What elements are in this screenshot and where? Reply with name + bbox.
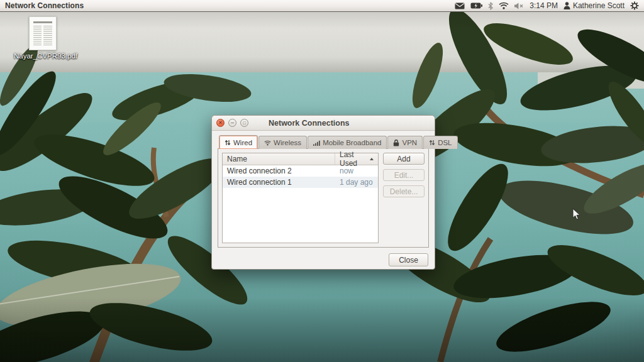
signal-bars-icon: [313, 140, 320, 146]
mail-icon[interactable]: [455, 0, 465, 11]
mouse-cursor: [572, 208, 581, 221]
lock-icon: [393, 140, 399, 146]
connection-row[interactable]: Wired connection 2 now: [223, 165, 378, 177]
window-minimize-button[interactable]: –: [228, 119, 236, 127]
close-button[interactable]: Close: [389, 253, 428, 266]
tab-label: Wired: [233, 139, 252, 146]
side-buttons: Add Edit... Delete...: [383, 153, 425, 243]
wifi-icon: [264, 140, 271, 146]
window-close-button[interactable]: ×: [216, 119, 225, 127]
bluetooth-icon[interactable]: [488, 0, 493, 11]
tab-label: VPN: [402, 139, 417, 146]
column-header-name[interactable]: Name: [223, 153, 335, 165]
pdf-thumbnail-icon: [29, 16, 57, 50]
dialog-actions: Close: [218, 253, 429, 266]
clock[interactable]: 3:14 PM: [530, 1, 558, 10]
desktop-icon-pdf[interactable]: Nayar_CVPR93.pdf: [14, 16, 72, 60]
window-title: Network Connections: [269, 119, 430, 128]
add-button[interactable]: Add: [383, 153, 425, 165]
connection-last-used: now: [335, 167, 378, 175]
tab-label: Mobile Broadband: [323, 139, 381, 146]
session-gear-icon[interactable]: [630, 0, 639, 11]
top-panel: Network Connections 3:14 PM Katherine Sc…: [0, 0, 644, 12]
sort-ascending-icon: [370, 158, 374, 160]
delete-button: Delete...: [383, 185, 425, 197]
titlebar[interactable]: × – □ Network Connections: [212, 116, 435, 131]
wired-tab-page: Name Last Used Wired connection 2 now Wi…: [218, 148, 429, 248]
wired-updown-icon: [225, 140, 231, 146]
list-header: Name Last Used: [223, 153, 378, 165]
user-icon: [564, 2, 570, 9]
connections-list: Name Last Used Wired connection 2 now Wi…: [222, 153, 379, 243]
connection-name: Wired connection 2: [223, 167, 335, 175]
tab-bar: Wired Wireless Mobile Broadband VPN DSL: [218, 135, 429, 149]
tab-wireless[interactable]: Wireless: [258, 136, 307, 149]
tab-wired[interactable]: Wired: [219, 135, 258, 149]
connection-name: Wired connection 1: [223, 178, 335, 187]
desktop-icon-label: Nayar_CVPR93.pdf: [14, 52, 72, 60]
battery-charging-icon[interactable]: [470, 0, 482, 11]
volume-muted-icon[interactable]: [514, 0, 524, 11]
network-connections-window: × – □ Network Connections Wired Wireless…: [211, 115, 435, 270]
wired-updown-icon: [429, 140, 435, 146]
user-menu[interactable]: Katherine Scott: [564, 1, 625, 10]
tab-label: Wireless: [274, 139, 301, 146]
connection-row[interactable]: Wired connection 1 1 day ago: [223, 177, 378, 188]
wifi-icon[interactable]: [499, 0, 509, 11]
tab-label: DSL: [438, 139, 452, 146]
connection-last-used: 1 day ago: [335, 178, 378, 187]
desktop: Nayar_CVPR93.pdf Network Connections 3:1…: [0, 0, 644, 362]
tab-vpn[interactable]: VPN: [387, 136, 423, 149]
column-header-last-used[interactable]: Last Used: [335, 153, 378, 165]
tab-mobile-broadband[interactable]: Mobile Broadband: [308, 136, 387, 149]
system-tray: 3:14 PM Katherine Scott: [455, 0, 644, 11]
window-maximize-button[interactable]: □: [240, 119, 248, 127]
edit-button: Edit...: [383, 169, 425, 181]
username: Katherine Scott: [573, 1, 625, 10]
tab-dsl[interactable]: DSL: [423, 136, 457, 149]
panel-app-title: Network Connections: [0, 1, 84, 10]
